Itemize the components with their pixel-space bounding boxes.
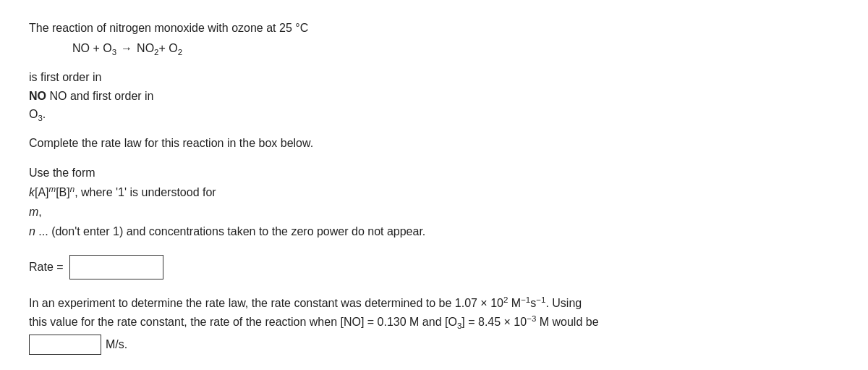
rate-section: Rate = xyxy=(29,255,680,279)
complete-text: Complete the rate law for this reaction … xyxy=(29,137,313,149)
complete-section: Complete the rate law for this reaction … xyxy=(29,137,680,150)
ms-label: M/s. xyxy=(106,335,127,354)
use-form-section: Use the form k[A]m[B]n, where '1' is und… xyxy=(29,163,680,242)
use-form-line1: Use the form xyxy=(29,163,680,182)
products: NO2+ O2 xyxy=(137,42,182,55)
reactant1: NO xyxy=(72,42,90,55)
first-order-line2: NO NO and first order in xyxy=(29,87,680,106)
use-form-line2: k[A]m[B]n, where '1' is understood for xyxy=(29,182,680,202)
reaction-title: The reaction of nitrogen monoxide with o… xyxy=(29,22,680,35)
experiment-line2: this value for the rate constant, the ra… xyxy=(29,313,680,332)
rate-form: k[A]m[B]n, where '1' is understood for xyxy=(29,186,216,198)
first-order-line2-text: NO and first order in xyxy=(49,90,153,102)
experiment-line1: In an experiment to determine the rate l… xyxy=(29,294,680,313)
answer-input[interactable] xyxy=(29,335,101,355)
arrow: → xyxy=(121,42,132,55)
first-order-line1: is first order in xyxy=(29,68,680,87)
use-form-line4: n ... (don't enter 1) and concentrations… xyxy=(29,222,680,241)
rate-input[interactable] xyxy=(69,255,163,279)
plus1: + O3 xyxy=(90,42,116,55)
reaction-equation: NO + O3 → NO2+ O2 xyxy=(72,42,680,55)
rate-label: Rate = xyxy=(29,261,64,274)
experiment-line3: M/s. xyxy=(29,335,680,355)
no-bold: NO xyxy=(29,90,46,102)
first-order-line3: O3. xyxy=(29,105,680,124)
experiment-section: In an experiment to determine the rate l… xyxy=(29,294,680,356)
title-text: The reaction of nitrogen monoxide with o… xyxy=(29,22,308,34)
use-form-line3: m, xyxy=(29,202,680,222)
first-order-section: is first order in NO NO and first order … xyxy=(29,68,680,124)
